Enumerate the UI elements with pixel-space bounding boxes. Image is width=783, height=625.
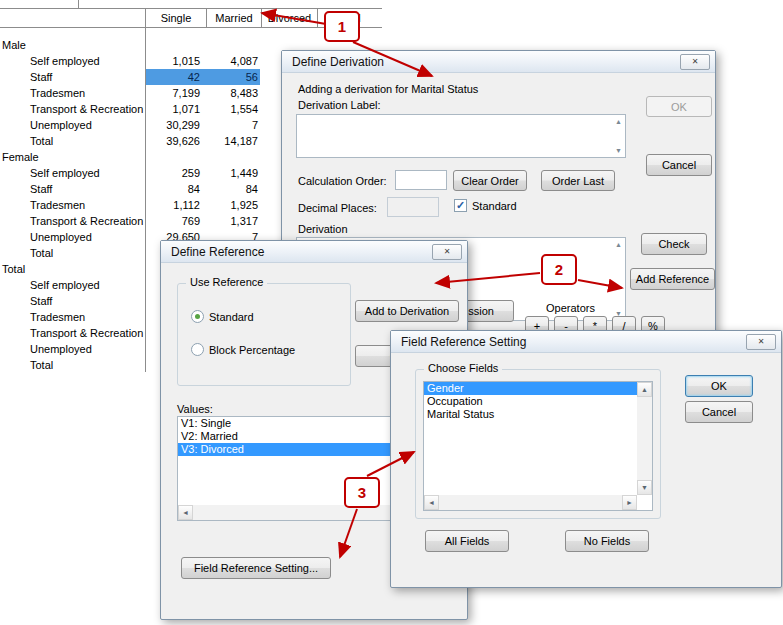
- cell-married: 8,483: [204, 85, 258, 101]
- scroll-down-icon[interactable]: ▼: [637, 480, 652, 495]
- scroll-left-icon[interactable]: ◄: [178, 505, 193, 520]
- cell-married: 1,554: [204, 101, 258, 117]
- use-reference-groupbox: Use Reference: [177, 283, 351, 386]
- standard-radio-label: Standard: [209, 311, 254, 323]
- cell-single: 769: [146, 213, 200, 229]
- cell-single: 259: [146, 165, 200, 181]
- callout-step-2: 2: [541, 254, 577, 285]
- row-label: Self employed: [30, 277, 100, 293]
- row-label: Transport & Recreation: [30, 101, 143, 117]
- cell-married: 1,449: [204, 165, 258, 181]
- list-item[interactable]: Occupation: [424, 395, 637, 408]
- row-label: Staff: [30, 181, 52, 197]
- standard-checkbox-label: Standard: [472, 200, 517, 212]
- derivation-caption: Derivation: [298, 223, 348, 235]
- cell-married: 56: [204, 69, 258, 85]
- no-fields-button[interactable]: No Fields: [565, 530, 649, 552]
- fields-list[interactable]: ▲ ▼ ◄ ► GenderOccupationMarital Status: [423, 381, 653, 511]
- row-label: Total: [2, 261, 25, 277]
- order-last-button[interactable]: Order Last: [541, 170, 615, 191]
- row-label: Self employed: [30, 165, 100, 181]
- use-reference-legend: Use Reference: [186, 276, 267, 288]
- block-percentage-radio[interactable]: [191, 343, 204, 356]
- derivation-label-input[interactable]: ▲ ▼: [296, 114, 626, 158]
- field-reference-setting-title: Field Reference Setting: [401, 335, 526, 349]
- calculation-order-label: Calculation Order:: [298, 175, 387, 187]
- close-icon[interactable]: ✕: [432, 244, 462, 260]
- decimal-places-label: Decimal Places:: [298, 202, 377, 214]
- clear-order-button[interactable]: Clear Order: [453, 170, 527, 191]
- row-label: Unemployed: [30, 341, 92, 357]
- define-derivation-title: Define Derivation: [292, 55, 384, 69]
- row-label: Male: [2, 37, 26, 53]
- close-icon[interactable]: ✕: [680, 54, 710, 70]
- row-label: Staff: [30, 293, 52, 309]
- derivation-label-caption: Derivation Label:: [298, 99, 381, 111]
- scroll-right-icon[interactable]: ►: [622, 495, 637, 510]
- define-reference-titlebar[interactable]: Define Reference ✕: [161, 241, 467, 263]
- cell-single: 30,299: [146, 117, 200, 133]
- add-to-derivation-button[interactable]: Add to Derivation: [355, 300, 459, 322]
- row-label: Staff: [30, 69, 52, 85]
- scroll-up-icon[interactable]: ▲: [612, 116, 625, 127]
- row-label: Transport & Recreation: [30, 213, 143, 229]
- scroll-up-icon[interactable]: ▲: [637, 382, 652, 397]
- cell-single: 1,015: [146, 53, 200, 69]
- row-label: Total: [30, 133, 53, 149]
- calculation-order-input[interactable]: [395, 170, 447, 190]
- row-label: Tradesmen: [30, 85, 85, 101]
- adding-derivation-label: Adding a derivation for Marital Status: [298, 83, 478, 95]
- row-label: Tradesmen: [30, 309, 85, 325]
- row-label: Transport & Recreation: [30, 325, 143, 341]
- standard-radio[interactable]: [191, 310, 204, 323]
- cell-married: 1,317: [204, 213, 258, 229]
- column-header-divorced[interactable]: Divorced: [262, 9, 317, 27]
- operators-label: Operators: [546, 302, 595, 314]
- scroll-down-icon[interactable]: ▼: [612, 145, 625, 156]
- row-label: Total: [30, 357, 53, 373]
- add-reference-button[interactable]: Add Reference: [630, 268, 715, 290]
- decimal-places-input: [387, 197, 439, 217]
- standard-checkbox[interactable]: ✓: [454, 199, 467, 212]
- callout-step-1: 1: [324, 11, 360, 42]
- check-button[interactable]: Check: [641, 233, 707, 255]
- horizontal-scrollbar[interactable]: ◄ ►: [424, 495, 637, 510]
- cell-single: 42: [146, 69, 200, 85]
- row-label: Self employed: [30, 53, 100, 69]
- scroll-up-icon[interactable]: ▲: [612, 239, 625, 250]
- vertical-scrollbar[interactable]: ▲ ▼: [637, 382, 652, 495]
- cell-married: 14,187: [204, 133, 258, 149]
- cell-single: 84: [146, 181, 200, 197]
- screenshot-canvas: Single Married Divorced Total MaleSelf e…: [0, 0, 783, 625]
- column-header-married[interactable]: Married: [207, 9, 261, 27]
- ok-button: OK: [646, 96, 712, 117]
- list-item[interactable]: Marital Status: [424, 408, 637, 421]
- cell-married: 7: [204, 117, 258, 133]
- row-label: Unemployed: [30, 229, 92, 245]
- list-item[interactable]: Gender: [424, 382, 637, 395]
- cell-married: 4,087: [204, 53, 258, 69]
- ok-button[interactable]: OK: [685, 375, 753, 397]
- block-percentage-radio-label: Block Percentage: [209, 344, 295, 356]
- row-label: Unemployed: [30, 117, 92, 133]
- cell-single: 1,112: [146, 197, 200, 213]
- callout-step-3: 3: [344, 477, 380, 508]
- cell-single: 7,199: [146, 85, 200, 101]
- field-reference-setting-titlebar[interactable]: Field Reference Setting ✕: [391, 331, 781, 353]
- cell-single: 39,626: [146, 133, 200, 149]
- cell-married: 1,925: [204, 197, 258, 213]
- cell-single: 1,071: [146, 101, 200, 117]
- row-label: Female: [2, 149, 39, 165]
- scroll-left-icon[interactable]: ◄: [424, 495, 439, 510]
- cancel-button[interactable]: Cancel: [646, 154, 712, 176]
- cancel-button[interactable]: Cancel: [685, 401, 753, 423]
- row-label: Tradesmen: [30, 197, 85, 213]
- column-header-single[interactable]: Single: [146, 9, 206, 27]
- all-fields-button[interactable]: All Fields: [425, 530, 509, 552]
- table-corner-line: [78, 0, 79, 8]
- define-reference-title: Define Reference: [171, 245, 264, 259]
- field-reference-setting-button[interactable]: Field Reference Setting...: [181, 557, 331, 579]
- field-reference-setting-dialog: Field Reference Setting ✕ Choose Fields …: [390, 330, 782, 588]
- close-icon[interactable]: ✕: [746, 334, 776, 350]
- define-derivation-titlebar[interactable]: Define Derivation ✕: [282, 51, 715, 73]
